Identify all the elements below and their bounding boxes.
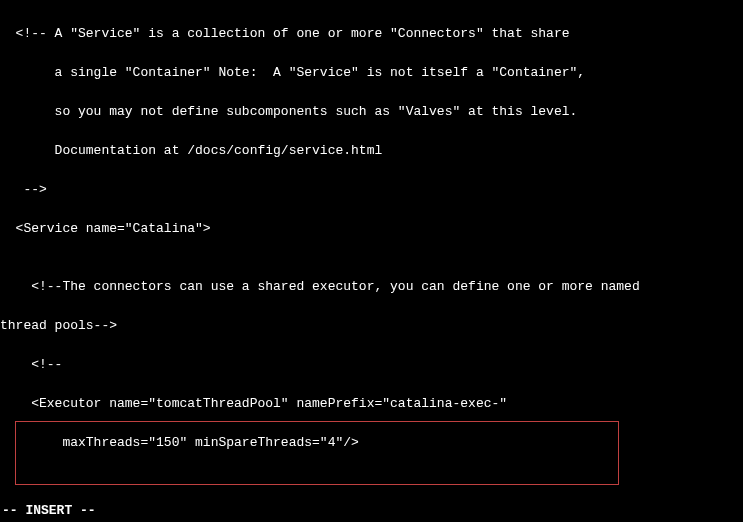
code-line: <!--The connectors can use a shared exec…	[0, 277, 743, 297]
code-line: so you may not define subcomponents such…	[0, 102, 743, 122]
code-line: thread pools-->	[0, 316, 743, 336]
code-line: a single "Container" Note: A "Service" i…	[0, 63, 743, 83]
code-line: maxThreads="150" minSpareThreads="4"/>	[0, 433, 743, 453]
code-line: <!-- A "Service" is a collection of one …	[0, 24, 743, 44]
code-line: <Executor name="tomcatThreadPool" namePr…	[0, 394, 743, 414]
editor-area[interactable]: <!-- A "Service" is a collection of one …	[0, 0, 743, 522]
code-line: -->	[0, 180, 743, 200]
code-line: <!--	[0, 355, 743, 375]
code-line: Documentation at /docs/config/service.ht…	[0, 141, 743, 161]
vim-mode-status: -- INSERT --	[0, 501, 96, 521]
code-line: <Service name="Catalina">	[0, 219, 743, 239]
